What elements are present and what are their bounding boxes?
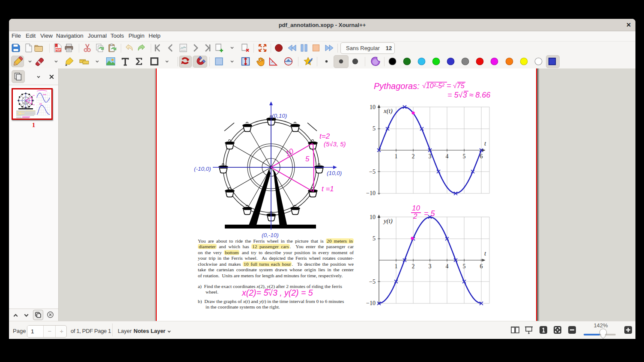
svg-text:x(2)= 5√3 , y(2) = 5: x(2)= 5√3 , y(2) = 5: [242, 288, 313, 297]
svg-text:(0,-10): (0,-10): [262, 232, 279, 238]
svg-text:1: 1: [395, 153, 398, 160]
svg-text:t=2: t=2: [319, 132, 330, 140]
svg-text:2: 2: [413, 212, 417, 220]
svg-text:2: 2: [412, 263, 415, 270]
svg-text:(5√3, 5): (5√3, 5): [324, 140, 346, 148]
svg-text:10: 10: [370, 104, 376, 110]
svg-text:(0,10): (0,10): [272, 113, 287, 119]
svg-text:4: 4: [446, 263, 449, 270]
svg-text:3: 3: [429, 263, 432, 270]
svg-text:√75: √75: [453, 82, 465, 89]
svg-text:(-10,0): (-10,0): [194, 166, 211, 172]
svg-text:5: 5: [463, 153, 466, 160]
svg-text:−10: −10: [366, 300, 376, 306]
svg-text:= 5√3 ≈ 8.66: = 5√3 ≈ 8.66: [447, 91, 491, 99]
svg-text:−5: −5: [369, 169, 376, 175]
svg-text:t: t: [484, 250, 486, 257]
svg-text:5: 5: [305, 155, 310, 163]
svg-text:10: 10: [412, 204, 420, 212]
svg-text:√10²-5²: √10²-5²: [422, 82, 444, 89]
svg-text:6: 6: [480, 263, 483, 270]
svg-text:x(t): x(t): [383, 107, 393, 115]
svg-text:5: 5: [463, 263, 466, 270]
svg-text:Pythagoras:: Pythagoras:: [374, 81, 420, 91]
svg-text:t: t: [484, 140, 486, 147]
svg-text:5: 5: [373, 125, 376, 132]
svg-text:10: 10: [284, 147, 295, 158]
svg-text:=: =: [447, 81, 451, 90]
svg-text:−10: −10: [366, 190, 376, 196]
svg-text:4: 4: [446, 153, 449, 160]
svg-text:−5: −5: [369, 279, 376, 285]
svg-text:PDF: PDF: [56, 48, 61, 51]
svg-text:10: 10: [370, 214, 376, 220]
svg-text:3: 3: [429, 153, 432, 160]
svg-text:5: 5: [373, 235, 376, 242]
svg-text:2: 2: [412, 153, 415, 160]
svg-text:= 5: = 5: [424, 209, 435, 218]
svg-text:y(t): y(t): [383, 217, 393, 225]
svg-text:1: 1: [395, 263, 398, 270]
svg-text:t =1: t =1: [322, 185, 334, 193]
svg-text:(10,0): (10,0): [327, 170, 342, 176]
